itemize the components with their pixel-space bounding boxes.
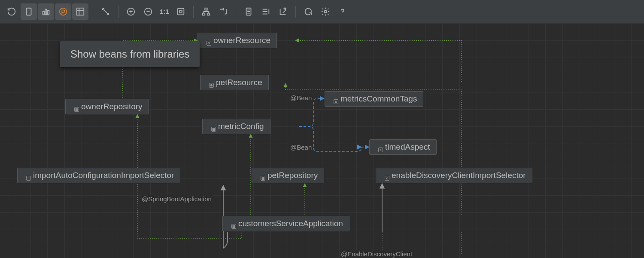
bean-label: petResource — [216, 78, 262, 87]
refresh-icon[interactable] — [3, 3, 20, 20]
fit-content-icon[interactable] — [173, 3, 189, 20]
diagram-canvas[interactable]: Show beans from libraries ⊕ ownerResourc… — [0, 23, 644, 258]
bean-label: ownerRepository — [81, 102, 143, 111]
svg-rect-0 — [27, 8, 31, 15]
toolbar-separator — [93, 6, 93, 18]
bean-node-ownerResource[interactable]: ⊕ ownerResource — [197, 33, 277, 48]
zoom-out-icon[interactable] — [140, 3, 156, 20]
spring-bean-icon: ▦ — [69, 102, 78, 111]
list-details-icon[interactable] — [258, 3, 274, 20]
spring-bean-icon: ▦ — [206, 122, 215, 131]
document-icon[interactable] — [240, 3, 257, 20]
svg-rect-13 — [202, 13, 205, 15]
chart-view-icon[interactable] — [38, 3, 54, 20]
svg-rect-3 — [48, 10, 49, 15]
edge-label-springboot: @SpringBootApplication — [141, 195, 213, 203]
toolbar-separator — [118, 6, 118, 18]
svg-point-6 — [103, 8, 104, 10]
svg-point-16 — [324, 10, 327, 13]
bean-label: petRepository — [267, 171, 318, 180]
toolbar-separator — [193, 6, 194, 18]
spring-bean-icon: ⊕ — [201, 36, 210, 45]
spring-bean-icon: ▦ — [226, 219, 235, 228]
bean-label: ownerResource — [213, 36, 270, 45]
svg-point-4 — [60, 8, 67, 15]
tooltip: Show beans from libraries — [60, 41, 200, 67]
spring-bean-icon: ▦ — [255, 171, 264, 180]
spring-bean-icon: c — [328, 95, 337, 103]
toolbar: 1:1 — [0, 0, 644, 23]
zoom-in-icon[interactable] — [123, 3, 139, 20]
bean-label: metricsCommonTags — [340, 94, 417, 104]
edge-label-bean: @Bean — [289, 94, 313, 101]
package-icon[interactable] — [55, 3, 71, 20]
bean-node-importAutoConfigurationImportSelector[interactable]: c importAutoConfigurationImportSelector — [17, 168, 180, 183]
toolbar-separator — [295, 6, 296, 18]
route-icon[interactable] — [215, 3, 231, 20]
gear-icon[interactable] — [317, 3, 334, 20]
svg-rect-1 — [43, 12, 45, 15]
bean-node-ownerRepository[interactable]: ▦ ownerRepository — [65, 99, 149, 114]
help-icon[interactable] — [334, 3, 351, 20]
bean-node-metricConfig[interactable]: ▦ metricConfig — [202, 119, 270, 134]
svg-rect-12 — [205, 8, 207, 10]
hierarchy-icon[interactable] — [198, 3, 214, 20]
spring-bean-icon: ⊕ — [204, 78, 213, 87]
edge-label-discovery: @EnableDiscoveryClient — [340, 250, 413, 258]
bean-node-customersServiceApplication[interactable]: ▦ customersServiceApplication — [222, 216, 349, 231]
svg-rect-14 — [207, 13, 210, 15]
spring-bean-icon: c — [373, 143, 382, 151]
connection-icon[interactable] — [97, 3, 114, 20]
bean-label: metricConfig — [218, 122, 264, 131]
bean-node-petResource[interactable]: ⊕ petResource — [200, 75, 269, 90]
spring-bean-icon: c — [380, 171, 388, 180]
bean-label: customersServiceApplication — [238, 219, 343, 228]
bean-label: importAutoConfigurationImportSelector — [33, 171, 174, 180]
svg-rect-2 — [45, 9, 47, 15]
svg-rect-11 — [179, 10, 182, 13]
bean-node-enableDiscoveryClientImportSelector[interactable]: c enableDiscoveryClientImportSelector — [376, 168, 532, 183]
spring-bean-icon: c — [21, 171, 30, 180]
edge-label-bean: @Bean — [289, 144, 313, 151]
svg-point-7 — [107, 13, 109, 15]
svg-rect-10 — [177, 8, 184, 15]
bean-label: timedAspect — [385, 142, 430, 152]
export-icon[interactable] — [275, 3, 291, 20]
bean-node-metricsCommonTags[interactable]: c metricsCommonTags — [325, 91, 423, 107]
file-view-icon[interactable] — [21, 3, 37, 20]
svg-rect-5 — [77, 8, 84, 15]
zoom-reset-button[interactable]: 1:1 — [157, 8, 172, 15]
bean-node-timedAspect[interactable]: c timedAspect — [369, 139, 437, 155]
sync-icon[interactable] — [300, 3, 316, 20]
layout-icon[interactable] — [72, 3, 88, 20]
bean-label: enableDiscoveryClientImportSelector — [392, 171, 526, 180]
bean-node-petRepository[interactable]: ▦ petRepository — [252, 168, 324, 183]
toolbar-separator — [236, 6, 236, 18]
